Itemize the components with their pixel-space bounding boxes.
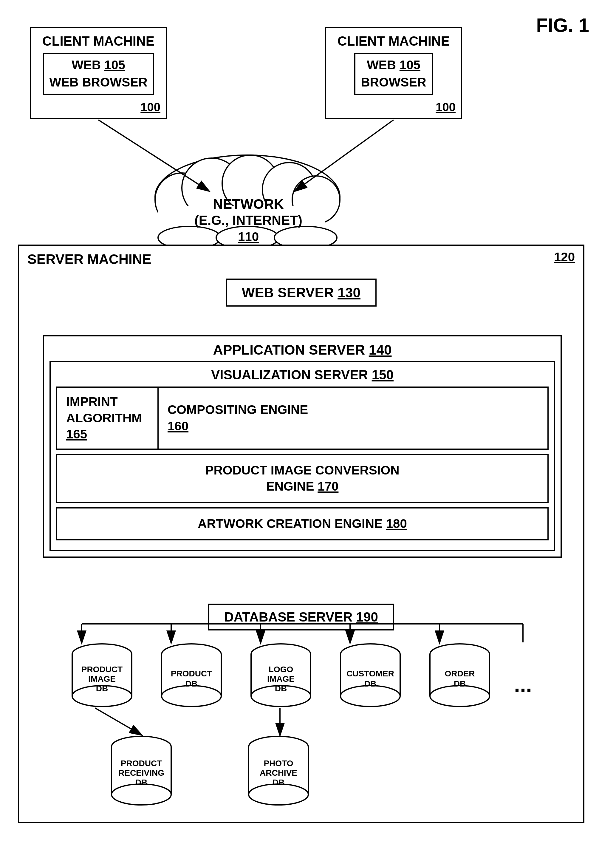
ellipsis: ... xyxy=(514,672,532,697)
imprint-compositing-box: IMPRINTALGORITHM165 COMPOSITING ENGINE 1… xyxy=(56,386,549,450)
svg-text:RECEIVING: RECEIVING xyxy=(118,768,164,778)
server-machine-box: SERVER MACHINE 120 WEB SERVER 130 APPLIC… xyxy=(18,245,584,823)
logo-image-db: LOGO IMAGE DB xyxy=(248,642,314,709)
web-server-box: WEB SERVER 130 xyxy=(226,279,377,307)
svg-line-13 xyxy=(98,120,209,191)
app-server-box: APPLICATION SERVER 140 VISUALIZATION SER… xyxy=(43,335,562,558)
client-right-web-ref: 105 xyxy=(399,58,420,72)
client-left-ref: 100 xyxy=(141,100,160,114)
svg-line-91 xyxy=(95,708,141,735)
app-server-ref: 140 xyxy=(369,342,392,358)
client-left-web-label: WEB 105 xyxy=(72,58,125,72)
svg-text:PRODUCT: PRODUCT xyxy=(81,665,123,674)
imprint-label: IMPRINTALGORITHM165 xyxy=(66,394,148,443)
svg-point-7 xyxy=(292,176,340,224)
svg-point-78 xyxy=(249,784,308,805)
client-right-title: CLIENT MACHINE xyxy=(333,34,455,49)
client-left-web-ref: 105 xyxy=(104,58,125,72)
svg-text:DB: DB xyxy=(364,679,376,688)
compositing-box: COMPOSITING ENGINE 160 xyxy=(158,388,547,449)
network-cloud xyxy=(155,155,340,249)
svg-line-14 xyxy=(295,120,393,191)
app-server-label: APPLICATION SERVER 140 xyxy=(50,342,555,358)
svg-text:DB: DB xyxy=(96,684,108,693)
viz-server-ref: 150 xyxy=(372,367,393,382)
db-server-box: DATABASE SERVER 190 xyxy=(208,603,394,630)
svg-text:DB: DB xyxy=(275,684,287,693)
svg-point-3 xyxy=(155,173,209,227)
client-right-web-browser: WEB 105 BROWSER xyxy=(354,53,433,95)
client-machine-left: CLIENT MACHINE WEB 105 WEB BROWSER 100 xyxy=(30,27,167,119)
svg-point-70 xyxy=(111,784,171,805)
svg-text:DB: DB xyxy=(273,778,285,787)
diagram-container: FIG. 1 CLIENT MACHINE WEB 105 WEB BROWSE… xyxy=(0,0,616,844)
server-machine-ref: 120 xyxy=(554,250,575,264)
svg-text:DB: DB xyxy=(185,679,197,688)
client-left-title: CLIENT MACHINE xyxy=(38,34,159,49)
viz-server-box: VISUALIZATION SERVER 150 IMPRINTALGORITH… xyxy=(50,361,555,551)
svg-rect-8 xyxy=(158,206,325,239)
svg-text:IMAGE: IMAGE xyxy=(267,674,295,684)
imprint-ref: 165 xyxy=(66,427,87,441)
svg-text:DB: DB xyxy=(135,778,147,787)
imprint-box: IMPRINTALGORITHM165 xyxy=(57,388,158,449)
client-right-web-label: WEB 105 xyxy=(367,58,420,72)
viz-server-label: VISUALIZATION SERVER 150 xyxy=(56,367,549,382)
photo-archive-db: PHOTO ARCHIVE DB xyxy=(246,735,311,807)
product-db: PRODUCT DB xyxy=(158,642,224,709)
svg-text:ARCHIVE: ARCHIVE xyxy=(260,768,297,778)
product-image-conversion-box: PRODUCT IMAGE CONVERSIONENGINE 170 xyxy=(56,454,549,503)
network-ref: 110 xyxy=(238,230,259,244)
ace-ref: 180 xyxy=(386,517,407,531)
svg-text:CUSTOMER: CUSTOMER xyxy=(346,669,394,678)
svg-text:PHOTO: PHOTO xyxy=(264,759,293,768)
customer-db: CUSTOMER DB xyxy=(337,642,403,709)
svg-point-4 xyxy=(182,158,242,218)
svg-point-56 xyxy=(340,685,400,706)
pic-ref: 170 xyxy=(318,479,339,493)
db-server-ref: 190 xyxy=(356,609,378,624)
client-machine-right: CLIENT MACHINE WEB 105 BROWSER 100 xyxy=(325,27,462,119)
svg-text:ORDER: ORDER xyxy=(444,669,475,678)
svg-text:PRODUCT: PRODUCT xyxy=(121,759,162,768)
svg-point-5 xyxy=(222,155,279,212)
client-right-browser-label: BROWSER xyxy=(361,74,426,91)
svg-text:LOGO: LOGO xyxy=(268,665,293,674)
product-image-db: PRODUCT IMAGE DB xyxy=(69,642,135,709)
client-right-ref: 100 xyxy=(436,100,456,114)
svg-point-41 xyxy=(161,685,221,706)
web-server-ref: 130 xyxy=(337,285,361,300)
network-sublabel: (E.G., INTERNET) xyxy=(194,213,302,228)
fig-label: FIG. 1 xyxy=(536,14,589,37)
client-left-browser-label: WEB BROWSER xyxy=(50,74,148,91)
svg-point-6 xyxy=(263,163,316,216)
order-db: ORDER DB xyxy=(427,642,493,709)
svg-text:PRODUCT: PRODUCT xyxy=(171,669,212,678)
compositing-ref: 160 xyxy=(167,419,188,433)
web-server-label: WEB SERVER xyxy=(242,285,334,300)
client-left-web-browser: WEB 105 WEB BROWSER xyxy=(43,53,154,95)
svg-text:IMAGE: IMAGE xyxy=(88,674,116,684)
product-receiving-db: PRODUCT RECEIVING DB xyxy=(109,735,174,807)
artwork-creation-box: ARTWORK CREATION ENGINE 180 xyxy=(56,507,549,540)
server-machine-label: SERVER MACHINE xyxy=(28,251,151,267)
compositing-label: COMPOSITING ENGINE 160 xyxy=(167,402,538,434)
svg-point-2 xyxy=(155,155,340,239)
svg-text:DB: DB xyxy=(454,679,466,688)
svg-point-63 xyxy=(430,685,490,706)
network-label: NETWORK xyxy=(213,196,284,212)
